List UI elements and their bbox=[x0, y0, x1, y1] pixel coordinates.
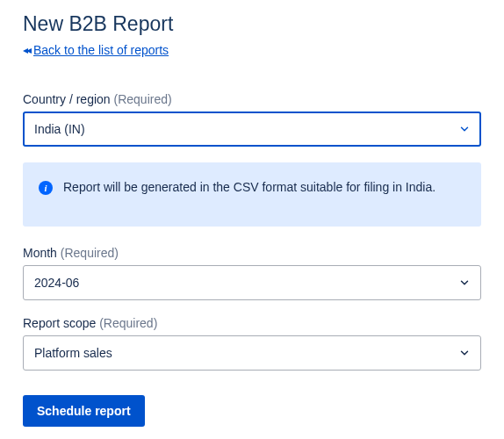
back-to-reports-link[interactable]: ◂◂ Back to the list of reports bbox=[23, 43, 169, 57]
country-select[interactable]: India (IN) bbox=[23, 112, 481, 147]
country-label-text: Country / region bbox=[23, 92, 111, 106]
country-required-text: (Required) bbox=[114, 92, 172, 106]
month-label-text: Month bbox=[23, 246, 57, 260]
scope-select-value: Platform sales bbox=[34, 346, 112, 360]
month-select-value: 2024-06 bbox=[34, 276, 79, 290]
scope-label-text: Report scope bbox=[23, 316, 96, 330]
scope-required-text: (Required) bbox=[99, 316, 157, 330]
month-select[interactable]: 2024-06 bbox=[23, 265, 481, 300]
month-label: Month (Required) bbox=[23, 246, 481, 260]
scope-label: Report scope (Required) bbox=[23, 316, 481, 330]
back-link-text: Back to the list of reports bbox=[33, 43, 169, 57]
scope-select[interactable]: Platform sales bbox=[23, 335, 481, 371]
info-message: Report will be generated in the CSV form… bbox=[63, 180, 436, 194]
month-required-text: (Required) bbox=[61, 246, 119, 260]
month-field-group: Month (Required) 2024-06 bbox=[23, 246, 481, 300]
schedule-report-button[interactable]: Schedule report bbox=[23, 395, 145, 427]
country-label: Country / region (Required) bbox=[23, 92, 481, 106]
info-icon: i bbox=[39, 181, 53, 195]
scope-field-group: Report scope (Required) Platform sales bbox=[23, 316, 481, 371]
country-field-group: Country / region (Required) India (IN) bbox=[23, 92, 481, 147]
info-panel: i Report will be generated in the CSV fo… bbox=[23, 162, 481, 227]
country-select-value: India (IN) bbox=[34, 122, 85, 136]
page-title: New B2B Report bbox=[23, 12, 481, 36]
back-arrows-icon: ◂◂ bbox=[23, 44, 30, 56]
